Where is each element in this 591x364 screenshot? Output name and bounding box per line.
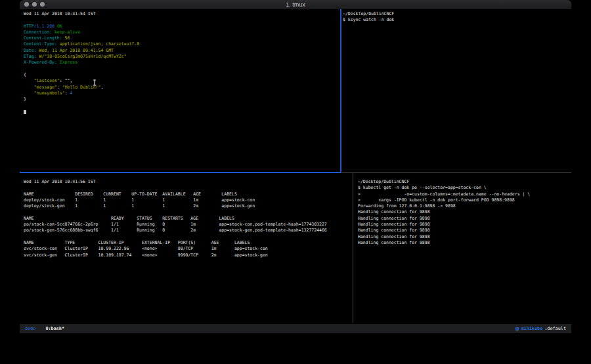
window-titlebar[interactable]: 1. tmux [20,0,571,9]
pane-kubectl-get[interactable]: Wed 11 Apr 2018 10:41:56 IST NAME DESIRE… [24,174,351,258]
zoom-button[interactable] [40,2,45,7]
terminal-line: ~/Desktop/DublinCNCF [343,11,570,17]
terminal-line [24,17,339,23]
tmux-terminal: Wed 11 Apr 2018 10:41:54 IST HTTP/1.1 20… [20,9,571,324]
terminal-line: NAME READY STATUS RESTARTS AGE LABELS [24,216,351,222]
terminal-line: NAME TYPE CLUSTER-IP EXTERNAL-IP PORT(S)… [24,240,351,246]
terminal-line: > xargs -IPOD kubectl -n dok port-forwar… [358,197,570,203]
terminal-line [24,109,339,115]
terminal-line [24,185,351,191]
terminal-line: Handling connection for 9898 [358,234,570,240]
terminal-line: po/stock-gen-576cc688bb-swqf6 1/1 Runnin… [24,228,351,233]
terminal-line [24,66,339,72]
terminal-line: deploy/stock-con 1 1 1 1 1m app=stock-co… [24,197,351,203]
window-title: 1. tmux [20,0,571,9]
status-right: minikube:default [515,326,567,331]
terminal-line: Wed 11 Apr 2018 10:41:56 IST [24,179,351,185]
terminal-line [24,102,339,108]
pane-divider-horizontal-active[interactable] [20,172,341,173]
pane-http-response[interactable]: Wed 11 Apr 2018 10:41:54 IST HTTP/1.1 20… [24,9,339,115]
terminal-line: deploy/stock-gen 1 1 1 1 2m app=stock-ge… [24,203,351,209]
terminal-line: Wed 11 Apr 2018 10:41:54 IST [24,11,339,17]
close-button[interactable] [24,2,29,7]
terminal-line: Content-Type: application/json; charset=… [24,41,339,47]
terminal-line [24,209,351,215]
terminal-line: > -o=custom-columns=:metadata.name --no-… [358,192,570,197]
terminal-line: "message": "Hello Dublin!", [24,85,339,91]
kube-namespace: :default [544,326,566,331]
kubernetes-helm-icon [515,327,519,331]
mouse-ibeam-cursor-icon [93,79,97,86]
minimize-button[interactable] [32,2,37,7]
desktop: 1. tmux Wed 11 Apr 2018 10:41:54 IST HTT… [0,0,591,364]
terminal-line: svc/stock-con ClusterIP 10.99.222.96 <no… [24,246,351,252]
terminal-line: svc/stock-gen ClusterIP 10.109.197.74 <n… [24,253,351,258]
terminal-line: NAME DESIRED CURRENT UP-TO-DATE AVAILABL… [24,192,351,197]
terminal-line: Connection: keep-alive [24,30,339,35]
terminal-line: Handling connection for 9898 [358,209,570,215]
terminal-line: Content-Length: 56 [24,35,339,41]
kube-context: minikube [521,326,543,331]
terminal-line [24,234,351,240]
terminal-line: Date: Wed, 11 Apr 2018 09:41:54 GMT [24,48,339,54]
terminal-cursor [24,110,26,114]
terminal-line: Handling connection for 9898 [358,240,570,246]
pane-divider-vertical-bottom[interactable] [353,173,353,323]
terminal-line: Forwarding from 127.0.0.1:9898 -> 9898 [358,203,570,209]
pane-ksync-watch[interactable]: ~/Desktop/DublinCNCF$ ksync watch -n dok [343,9,570,24]
terminal-line: po/stock-con-5cc874766c-2p6rp 1/1 Runnin… [24,222,351,228]
pane-divider-vertical-top[interactable] [340,9,341,172]
terminal-line: Handling connection for 9898 [358,228,570,233]
terminal-line: } [24,96,339,102]
session-name: demo [25,326,35,331]
terminal-line: $ ksync watch -n dok [343,17,570,23]
pane-port-forward[interactable]: ~/Desktop/DublinCNCF$ kubectl get -n dok… [358,174,570,246]
terminal-line: HTTP/1.1 200 OK [24,24,339,30]
tmux-status-bar: demo 0:bash* minikube:default [20,324,571,333]
pane-divider-horizontal[interactable] [341,172,571,173]
terminal-line: ~/Desktop/DublinCNCF [358,179,570,185]
terminal-line: "lastseen": "", [24,78,339,84]
terminal-line: ETag: W/"38-05coCsrg3mQ75sHr1d/qcMTwYZc" [24,54,339,60]
terminal-line: "numsymbols": 4 [24,91,339,96]
terminal-line: { [24,72,339,78]
window-list-item-bash[interactable]: 0:bash* [45,326,64,331]
terminal-line: X-Powered-By: Express [24,60,339,66]
traffic-lights [24,2,45,7]
terminal-window: 1. tmux Wed 11 Apr 2018 10:41:54 IST HTT… [20,0,571,333]
terminal-line: Handling connection for 9898 [358,216,570,222]
terminal-line: $ kubectl get -n dok po --selector=app=s… [358,185,570,191]
terminal-line: Handling connection for 9898 [358,222,570,228]
